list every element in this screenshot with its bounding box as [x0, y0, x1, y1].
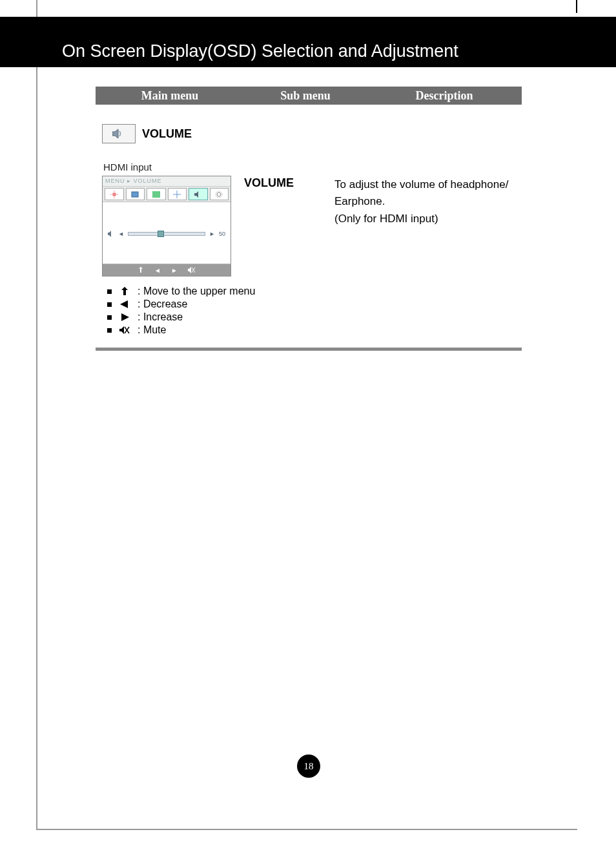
- speaker-small-icon: [108, 231, 114, 237]
- speaker-icon-box: [102, 124, 136, 143]
- osd-slider-left-arrow-icon: ◄: [118, 231, 124, 237]
- osd-tab-setup-icon: [210, 188, 229, 200]
- left-arrow-icon: [120, 300, 129, 308]
- col-description: Description: [367, 89, 522, 103]
- svg-marker-17: [120, 300, 128, 308]
- osd-slider-track: [128, 232, 205, 236]
- bullet-icon: [107, 302, 112, 307]
- right-arrow-icon: [120, 313, 129, 321]
- button-legend: : Move to the upper menu : Decrease : In…: [107, 286, 255, 337]
- osd-footer-left-icon: ◄: [154, 267, 161, 274]
- bullet-icon: [107, 315, 112, 320]
- svg-marker-18: [121, 313, 129, 321]
- section-divider: [96, 348, 522, 351]
- section-title: VOLUME: [142, 127, 192, 141]
- submenu-volume-label: VOLUME: [244, 176, 294, 190]
- svg-point-1: [112, 193, 116, 196]
- osd-breadcrumb: MENU ▸ VOLUME: [103, 176, 231, 187]
- svg-marker-14: [188, 267, 191, 273]
- mute-icon: [119, 326, 130, 334]
- col-sub-menu: Sub menu: [244, 89, 367, 103]
- legend-right-text: : Increase: [138, 311, 183, 323]
- legend-row-right: : Increase: [107, 311, 255, 323]
- osd-slider-thumb: [158, 231, 164, 237]
- legend-left-text: : Decrease: [138, 298, 187, 310]
- svg-rect-6: [132, 192, 138, 197]
- page-number-badge: 18: [297, 755, 320, 778]
- osd-footer-mute-icon: [188, 267, 196, 273]
- hdmi-input-label: HDMI input: [103, 161, 152, 172]
- speaker-icon: [112, 129, 125, 139]
- legend-mute-text: : Mute: [138, 324, 166, 336]
- legend-row-up: : Move to the upper menu: [107, 286, 255, 297]
- osd-tab-picture-icon: [126, 188, 145, 200]
- osd-tab-position-icon: [168, 188, 187, 200]
- page-number: 18: [304, 761, 314, 772]
- osd-tab-volume-icon: [189, 188, 208, 200]
- osd-slider-value: 50: [219, 231, 225, 237]
- svg-rect-7: [152, 191, 160, 198]
- svg-marker-0: [112, 129, 118, 138]
- legend-row-mute: : Mute: [107, 324, 255, 336]
- page-title: On Screen Display(OSD) Selection and Adj…: [62, 41, 458, 61]
- osd-footer-up-icon: [138, 267, 144, 273]
- page-title-bar: On Screen Display(OSD) Selection and Adj…: [0, 17, 616, 67]
- description-line-3: (Only for HDMI input): [334, 211, 522, 227]
- legend-up-text: : Move to the upper menu: [138, 286, 255, 297]
- description-block: To adjust the volume of headphone/ Earph…: [334, 176, 522, 227]
- col-main-menu: Main menu: [96, 89, 244, 103]
- description-line-2: Earphone.: [334, 193, 522, 210]
- bullet-icon: [107, 328, 112, 333]
- svg-marker-10: [194, 191, 198, 198]
- osd-tab-brightness-icon: [105, 188, 124, 200]
- osd-tab-row: [103, 187, 231, 202]
- osd-body: ◄ ► 50: [103, 202, 231, 264]
- osd-slider-row: ◄ ► 50: [108, 231, 225, 237]
- svg-marker-13: [108, 231, 111, 237]
- up-arrow-icon: [120, 287, 129, 296]
- legend-row-left: : Decrease: [107, 298, 255, 310]
- bullet-icon: [107, 289, 112, 294]
- osd-slider-right-arrow-icon: ►: [209, 231, 215, 237]
- osd-tab-color-icon: [147, 188, 166, 200]
- column-header-row: Main menu Sub menu Description: [96, 87, 522, 105]
- svg-marker-19: [119, 326, 124, 334]
- osd-footer-right-icon: ►: [171, 267, 178, 274]
- svg-point-11: [217, 193, 221, 196]
- osd-screenshot: MENU ▸ VOLUME ◄ ► 50: [102, 176, 231, 276]
- description-line-1: To adjust the volume of headphone/: [334, 176, 522, 193]
- section-title-row: VOLUME: [102, 124, 192, 143]
- osd-footer: ◄ ►: [103, 264, 231, 276]
